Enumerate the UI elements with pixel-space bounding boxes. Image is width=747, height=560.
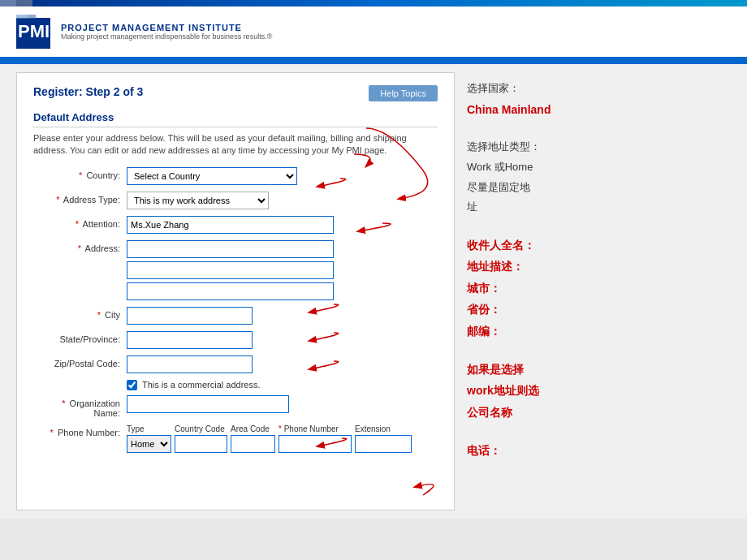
svg-text:PMI: PMI	[18, 21, 50, 41]
logo-text-area: PROJECT MANAGEMENT INSTITUTE Making proj…	[61, 23, 272, 41]
commercial-checkbox[interactable]	[127, 380, 137, 390]
annotation-line12: 如果是选择	[467, 360, 621, 378]
phone-number-input[interactable]	[279, 435, 352, 453]
city-input[interactable]	[127, 307, 253, 325]
phone-area-input[interactable]	[231, 435, 275, 453]
phone-cc-header: Country Code	[175, 424, 227, 433]
address-type-control: This is my work address This is my home …	[127, 192, 438, 209]
annotation-line8: 地址描述：	[467, 257, 621, 275]
annotation-line10: 省份：	[467, 300, 621, 318]
annotation-line5: 尽量是固定地	[467, 179, 621, 196]
country-row: * Country: Select a Country China Mainla…	[33, 167, 438, 185]
annotation-line9: 城市：	[467, 279, 621, 297]
org-name-input[interactable]	[127, 395, 289, 413]
state-control	[127, 331, 438, 349]
address-label: * Address:	[33, 240, 127, 253]
phone-type-select[interactable]: Home Work Mobile	[127, 435, 171, 453]
country-select[interactable]: Select a Country China Mainland United S…	[127, 167, 297, 185]
attention-control	[127, 216, 438, 234]
attention-input[interactable]	[127, 216, 334, 234]
address-row: * Address:	[33, 240, 438, 300]
phone-ext-input[interactable]	[355, 435, 412, 453]
page-header: Register: Step 2 of 3 Help Topics	[33, 85, 438, 101]
header: PMI PROJECT MANAGEMENT INSTITUTE Making …	[0, 6, 747, 59]
commercial-row: This is a commercial address.	[127, 380, 438, 390]
zip-input[interactable]	[127, 355, 253, 373]
address-type-row: * Address Type: This is my work address …	[33, 192, 438, 209]
logo-subtitle: Making project management indispensable …	[61, 32, 272, 41]
logo-title: PROJECT MANAGEMENT INSTITUTE	[61, 23, 272, 32]
phone-control: Type Country Code Area Code * Phone Numb…	[127, 424, 438, 453]
annotation-line6: 址	[467, 199, 621, 216]
address-line2-input[interactable]	[127, 261, 334, 279]
phone-num-header: * Phone Number	[279, 424, 352, 433]
annotation-line11: 邮编：	[467, 322, 621, 340]
attention-row: * Attention:	[33, 216, 438, 234]
section-title: Default Address	[33, 111, 438, 127]
address-type-select[interactable]: This is my work address This is my home …	[127, 192, 269, 209]
annotation-area: 选择国家： China Mainland 选择地址类型： Work 或Home …	[455, 72, 633, 510]
org-row: * Organization Name:	[33, 395, 438, 418]
zip-control	[127, 355, 438, 373]
city-label: * City	[33, 307, 127, 320]
zip-row: Zip/Postal Code:	[33, 355, 438, 373]
register-step-title: Register: Step 2 of 3	[33, 85, 143, 98]
country-control: Select a Country China Mainland United S…	[127, 167, 438, 185]
phone-type-header: Type	[127, 424, 171, 433]
phone-headers: Type Country Code Area Code * Phone Numb…	[127, 424, 438, 433]
svg-rect-2	[16, 15, 28, 19]
pmi-logo: PMI PROJECT MANAGEMENT INSTITUTE Making …	[16, 15, 272, 49]
pmi-logo-icon: PMI	[16, 15, 57, 49]
annotation-line4: Work 或Home	[467, 159, 621, 176]
address-line3-input[interactable]	[127, 282, 334, 300]
annotation-line1: 选择国家：	[467, 80, 621, 97]
phone-cc-input[interactable]	[175, 435, 227, 453]
city-row: * City	[33, 307, 438, 325]
address-control	[127, 240, 438, 300]
annotation-line7: 收件人全名：	[467, 236, 621, 254]
svg-rect-3	[28, 15, 36, 19]
description-text: Please enter your address below. This wi…	[33, 132, 438, 157]
city-control	[127, 307, 438, 325]
state-row: State/Province:	[33, 331, 438, 349]
commercial-label: This is a commercial address.	[142, 380, 261, 390]
address-line1-input[interactable]	[127, 240, 334, 258]
annotation-line14: 公司名称	[467, 403, 621, 421]
help-topics-button[interactable]: Help Topics	[369, 85, 438, 101]
phone-row: * Phone Number: Type Country Code Area C…	[33, 424, 438, 453]
attention-label: * Attention:	[33, 216, 127, 229]
zip-label: Zip/Postal Code:	[33, 355, 127, 368]
top-bar	[0, 0, 747, 6]
annotation-line15: 电话：	[467, 442, 621, 459]
org-control	[127, 395, 438, 413]
annotation-line13: work地址则选	[467, 381, 621, 399]
address-type-label: * Address Type:	[33, 192, 127, 205]
org-label: * Organization Name:	[33, 395, 127, 418]
phone-area-header: Area Code	[231, 424, 275, 433]
country-label: * Country:	[33, 167, 127, 180]
state-input[interactable]	[127, 331, 253, 349]
form-container: Register: Step 2 of 3 Help Topics Defaul…	[16, 72, 455, 510]
phone-label: * Phone Number:	[33, 424, 127, 437]
annotation-line2: China Mainland	[467, 101, 621, 118]
annotation-line3: 选择地址类型：	[467, 139, 621, 156]
state-label: State/Province:	[33, 331, 127, 344]
phone-ext-header: Extension	[355, 424, 412, 433]
phone-row-inputs: Home Work Mobile	[127, 435, 438, 453]
